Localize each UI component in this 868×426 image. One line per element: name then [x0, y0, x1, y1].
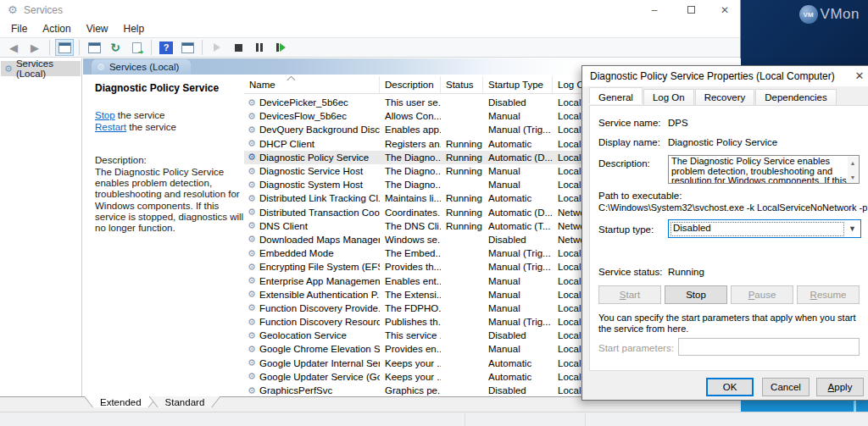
pause-service-button[interactable]: [250, 39, 269, 56]
help-button[interactable]: ?: [157, 39, 175, 56]
cell-desc: Registers an...: [380, 139, 441, 149]
textarea-scrollbar[interactable]: ▲▼: [848, 157, 858, 184]
close-button[interactable]: ✕: [710, 0, 739, 20]
stop-service-link[interactable]: Stop: [95, 110, 115, 120]
column-header-name[interactable]: Name: [244, 76, 380, 93]
start-parameters-input[interactable]: [678, 338, 860, 356]
menu-file[interactable]: File: [3, 21, 35, 36]
screen: VM VMon ⚙ Services – ✕ File Action View …: [0, 0, 868, 426]
cell-startup: Automatic (D...: [483, 207, 553, 218]
export-document-icon: [132, 42, 142, 53]
dialog-tab-strip: General Log On Recovery Dependencies: [589, 89, 837, 106]
service-gear-icon: ⚙: [244, 138, 259, 149]
services-app-icon: ⚙: [8, 3, 18, 16]
cell-status: Running: [441, 152, 483, 163]
ok-button[interactable]: OK: [706, 378, 754, 396]
tab-dependencies[interactable]: Dependencies: [755, 89, 837, 106]
cell-name: Google Chrome Elevation S...: [259, 344, 380, 354]
cell-startup: Manual: [483, 344, 553, 354]
dialog-title-bar: Diagnostic Policy Service Properties (Lo…: [582, 66, 868, 86]
cell-name: Embedded Mode: [259, 248, 380, 258]
cell-startup: Manual: [483, 290, 553, 300]
display-name-label: Display name:: [598, 137, 660, 147]
cell-name: DevQuery Background Disc...: [259, 124, 380, 135]
column-header-description[interactable]: Description: [380, 76, 441, 93]
taskbar-divider: [585, 413, 586, 426]
service-summary-panel: Diagnostic Policy Service Stop the servi…: [83, 75, 244, 381]
play-icon: [214, 43, 220, 52]
standard-view-button[interactable]: [178, 39, 197, 56]
restart-service-button[interactable]: [271, 39, 290, 56]
resume-button[interactable]: Resume: [797, 285, 860, 304]
stop-button[interactable]: Stop: [665, 285, 727, 304]
cell-startup: Automatic (D...: [483, 152, 553, 163]
menu-view[interactable]: View: [79, 21, 116, 36]
tab-recovery[interactable]: Recovery: [695, 89, 755, 106]
service-status-label: Service status:: [598, 267, 662, 277]
restart-service-link[interactable]: Restart: [95, 122, 126, 132]
maximize-button[interactable]: [676, 0, 705, 20]
vmon-logo-text: VMon: [821, 6, 860, 23]
menu-help[interactable]: Help: [116, 21, 153, 36]
service-name-value: DPS: [668, 118, 688, 128]
service-gear-icon: ⚙: [244, 193, 259, 204]
start-parameters-label: Start parameters:: [598, 343, 674, 353]
tab-extended[interactable]: Extended: [85, 396, 157, 407]
refresh-button[interactable]: ↻: [106, 39, 125, 56]
view-window-icon: [181, 42, 194, 53]
stop-service-button[interactable]: [229, 39, 248, 56]
scroll-up-icon[interactable]: ▲: [850, 158, 856, 169]
vmon-logo: VM VMon: [799, 5, 860, 24]
service-gear-icon: ⚙: [244, 124, 259, 136]
tab-standard[interactable]: Standard: [150, 396, 220, 407]
tab-log-on[interactable]: Log On: [643, 89, 694, 106]
chevron-down-icon[interactable]: ▼: [845, 221, 860, 236]
forward-button[interactable]: ▶: [25, 39, 44, 56]
menu-action[interactable]: Action: [35, 21, 78, 36]
cell-startup: Automatic: [483, 139, 553, 149]
general-tab-page: Service name: DPS Display name: Diagnost…: [589, 105, 868, 371]
pane-header-tab[interactable]: ⚙ Services (Local): [92, 59, 191, 75]
dialog-close-icon[interactable]: ✕: [850, 69, 868, 85]
description-label: Description:: [95, 155, 239, 165]
start-parameters-help: You can specify the start parameters tha…: [598, 313, 863, 335]
start-button[interactable]: Start: [598, 285, 661, 304]
cell-name: Google Updater Internal Ser...: [259, 358, 380, 368]
vmon-logo-icon: VM: [799, 5, 818, 24]
column-header-status[interactable]: Status: [441, 76, 483, 93]
cell-desc: Enables app...: [380, 124, 441, 135]
cell-desc: The Extensi...: [380, 290, 441, 300]
dialog-description-text: The Diagnostic Policy Service enables pr…: [671, 156, 847, 184]
dialog-description-field[interactable]: The Diagnostic Policy Service enables pr…: [668, 155, 860, 184]
service-gear-icon: ⚙: [244, 152, 259, 163]
tree-item-services-local[interactable]: ⚙ Services (Local): [1, 61, 81, 76]
service-gear-icon: ⚙: [244, 385, 259, 396]
tab-general[interactable]: General: [589, 87, 643, 104]
cell-startup: Disabled: [483, 97, 553, 108]
pause-button[interactable]: Pause: [731, 285, 793, 304]
cancel-button[interactable]: Cancel: [762, 378, 810, 396]
startup-type-dropdown[interactable]: Disabled ▼: [668, 219, 861, 238]
toolbar-separator: [202, 40, 203, 55]
service-gear-icon: ⚙: [244, 166, 259, 177]
cell-startup: Automatic: [483, 193, 553, 203]
cell-name: Extensible Authentication P...: [259, 290, 380, 300]
scroll-down-icon[interactable]: ▼: [850, 173, 856, 183]
column-header-startup-type[interactable]: Startup Type: [483, 76, 553, 93]
taskbar: [0, 412, 868, 426]
apply-button[interactable]: Apply: [816, 378, 864, 396]
maximize-icon: [687, 6, 695, 14]
start-service-button[interactable]: [208, 39, 226, 56]
cell-desc: Allows Con...: [380, 111, 441, 121]
minimize-button[interactable]: –: [640, 0, 669, 20]
properties-button[interactable]: [85, 39, 103, 56]
selected-service-title: Diagnostic Policy Service: [95, 82, 239, 94]
dialog-title: Diagnostic Policy Service Properties (Lo…: [590, 70, 835, 82]
cell-startup: Automatic: [483, 372, 553, 382]
pane-gear-icon: ⚙: [97, 62, 105, 73]
back-button[interactable]: ◀: [4, 39, 23, 56]
show-console-tree-button[interactable]: [55, 39, 74, 56]
refresh-icon: ↻: [110, 41, 120, 54]
pause-icon: [256, 43, 263, 52]
export-list-button[interactable]: [127, 39, 146, 56]
